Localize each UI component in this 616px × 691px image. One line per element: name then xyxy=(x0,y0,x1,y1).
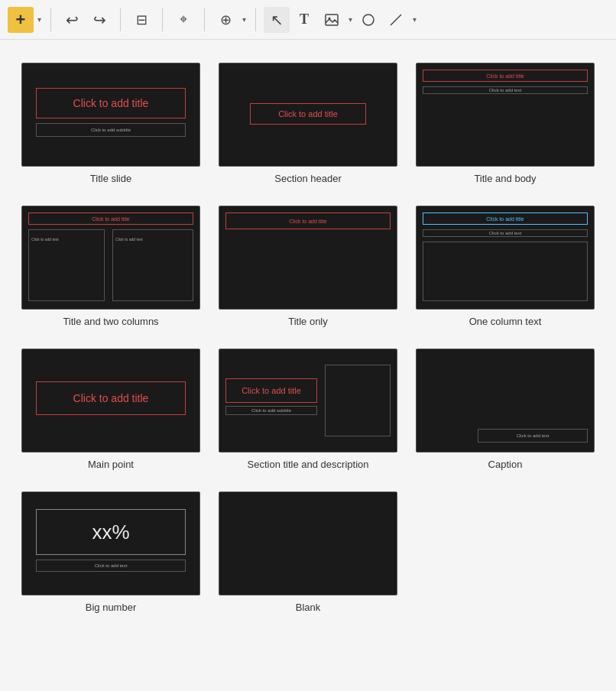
title-text: Click to add title xyxy=(242,386,301,395)
slide-thumb-blank xyxy=(219,491,397,595)
layout-label-title-slide: Title slide xyxy=(90,173,131,184)
shapes-button[interactable] xyxy=(355,7,381,33)
slide-thumb-title-body: Click to add title Click to add text xyxy=(416,63,595,167)
content-box xyxy=(423,242,588,301)
layout-cell-one-col[interactable]: Click to add title Click to add text One… xyxy=(407,198,604,341)
toolbar-format-group: ⌖ xyxy=(170,7,196,33)
layout-cell-caption[interactable]: Click to add text Caption xyxy=(407,341,604,484)
title-text: Click to add title xyxy=(73,392,149,404)
title-box: Click to add title xyxy=(423,212,588,225)
layout-cell-section-desc[interactable]: Click to add title Click to add subtitle… xyxy=(209,341,407,484)
layout-cell-section-header[interactable]: Click to add title Section header xyxy=(209,55,407,198)
title-box: Click to add title xyxy=(36,381,186,415)
slide-thumb-one-col: Click to add title Click to add text xyxy=(416,206,595,310)
toolbar: + ▾ ↩ ↪ ⊟ ⌖ ⊕ ▾ ↖ T ▾ xyxy=(0,0,616,40)
caption-text: Click to add text xyxy=(517,433,550,438)
layout-label-section-desc: Section title and description xyxy=(248,459,369,470)
add-button[interactable]: + xyxy=(8,7,34,33)
body-box: Click to add text xyxy=(423,86,588,94)
image-dropdown-arrow: ▾ xyxy=(349,15,352,24)
title-box: Click to add title xyxy=(225,212,391,229)
number-box: xx% xyxy=(36,509,186,555)
right-col: Click to add text xyxy=(112,229,193,301)
toolbar-history-group: ↩ ↪ xyxy=(59,7,112,33)
toolbar-add-group: + ▾ xyxy=(8,7,43,33)
layout-label-section-header: Section header xyxy=(274,173,341,184)
layout-label-two-col: Title and two columns xyxy=(63,316,158,327)
zoom-dropdown[interactable]: ▾ xyxy=(240,7,248,33)
title-text: Click to add title xyxy=(92,216,129,222)
toolbar-sep-5 xyxy=(255,8,256,31)
cursor-button[interactable]: ↖ xyxy=(264,7,290,33)
left-col: Click to add text xyxy=(28,229,105,301)
layout-label-big-number: Big number xyxy=(86,602,136,613)
title-box: Click to add title xyxy=(423,70,588,82)
slide-thumb-section-desc: Click to add title Click to add subtitle xyxy=(219,349,397,453)
title-box: Click to add title xyxy=(250,103,366,125)
layout-label-caption: Caption xyxy=(488,459,523,470)
layout-label-main-point: Main point xyxy=(88,459,134,470)
layout-cell-big-number[interactable]: xx% Click to add text Big number xyxy=(12,484,209,627)
title-box: Click to add title xyxy=(36,88,186,118)
subtitle-text: Click to add text xyxy=(489,231,522,235)
layout-cell-two-col[interactable]: Click to add title Click to add text Cli… xyxy=(12,198,209,341)
line-dropdown-arrow: ▾ xyxy=(413,15,417,24)
toolbar-sep-2 xyxy=(120,8,121,31)
left-col-text: Click to add text xyxy=(29,235,61,244)
layout-cell-blank[interactable]: Blank xyxy=(209,484,407,627)
zoom-dropdown-arrow: ▾ xyxy=(242,15,246,24)
print-button[interactable]: ⊟ xyxy=(128,7,154,33)
redo-button[interactable]: ↪ xyxy=(86,7,112,33)
subtitle-text: Click to add subtitle xyxy=(91,128,131,132)
zoom-button[interactable]: ⊕ xyxy=(212,7,238,33)
layout-cell-title-body[interactable]: Click to add title Click to add text Tit… xyxy=(407,55,604,198)
subtitle-box: Click to add text xyxy=(36,560,186,572)
layout-label-title-body: Title and body xyxy=(474,173,536,184)
title-text: Click to add title xyxy=(486,73,524,79)
title-box: Click to add title xyxy=(225,378,317,403)
caption-text-box: Click to add text xyxy=(478,429,588,443)
title-text: Click to add title xyxy=(289,219,326,224)
slide-thumb-caption: Click to add text xyxy=(416,349,595,453)
title-text: Click to add title xyxy=(73,97,149,109)
subtitle-text: Click to add subtitle xyxy=(251,408,291,413)
title-text: Click to add title xyxy=(278,109,338,118)
title-text: Click to add title xyxy=(486,216,524,222)
subtitle-box: Click to add text xyxy=(423,229,588,237)
subtitle-box: Click to add subtitle xyxy=(36,123,186,137)
slide-thumb-title-only: Click to add title xyxy=(219,206,397,310)
number-text: xx% xyxy=(92,521,129,544)
layout-label-title-only: Title only xyxy=(288,316,328,327)
add-dropdown[interactable]: ▾ xyxy=(35,7,43,33)
slide-thumb-two-col: Click to add title Click to add text Cli… xyxy=(21,206,200,310)
image-button[interactable] xyxy=(319,7,345,33)
slide-thumb-title-slide: Click to add title Click to add subtitle xyxy=(21,63,200,167)
toolbar-sep-1 xyxy=(50,8,51,31)
subtitle-box: Click to add subtitle xyxy=(225,406,317,415)
undo-button[interactable]: ↩ xyxy=(59,7,85,33)
layout-cell-title-slide[interactable]: Click to add title Click to add subtitle… xyxy=(12,55,209,198)
slide-thumb-section-header: Click to add title xyxy=(219,63,397,167)
toolbar-zoom-group: ⊕ ▾ xyxy=(212,7,248,33)
layout-cell-title-only[interactable]: Click to add title Title only xyxy=(209,198,407,341)
toolbar-sep-4 xyxy=(204,8,205,31)
line-button[interactable] xyxy=(383,7,409,33)
toolbar-sep-3 xyxy=(162,8,163,31)
svg-line-3 xyxy=(391,15,401,25)
paint-format-button[interactable]: ⌖ xyxy=(170,7,196,33)
layout-label-one-col: One column text xyxy=(469,316,542,327)
svg-point-2 xyxy=(363,15,374,25)
content-box xyxy=(325,365,391,436)
line-dropdown[interactable]: ▾ xyxy=(410,7,418,33)
right-col-text: Click to add text xyxy=(113,235,145,244)
layout-cell-main-point[interactable]: Click to add title Main point xyxy=(12,341,209,484)
svg-rect-0 xyxy=(326,15,338,25)
slide-thumb-main-point: Click to add title xyxy=(21,349,200,453)
title-box: Click to add title xyxy=(28,212,193,225)
slide-thumb-big-number: xx% Click to add text xyxy=(21,491,200,595)
add-dropdown-arrow: ▾ xyxy=(37,15,41,24)
layout-grid: Click to add title Click to add subtitle… xyxy=(0,40,616,642)
image-dropdown[interactable]: ▾ xyxy=(346,7,354,33)
text-button[interactable]: T xyxy=(291,7,317,33)
toolbar-tools-group: ↖ T ▾ ▾ xyxy=(264,7,418,33)
